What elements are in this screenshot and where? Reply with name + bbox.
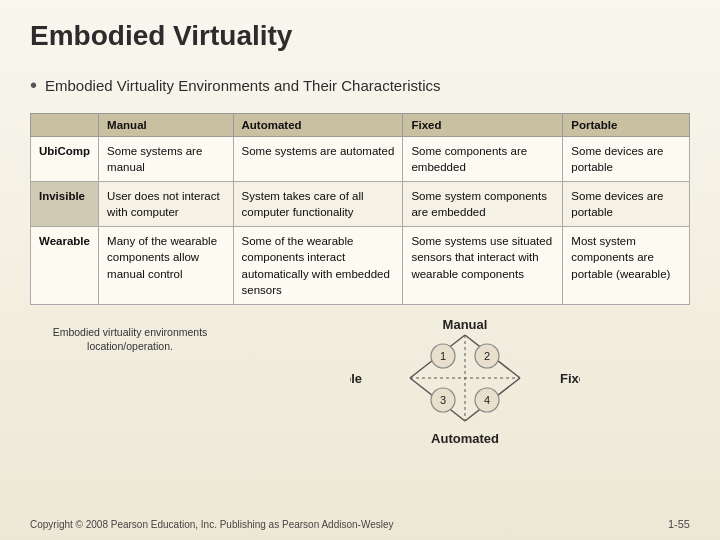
characteristics-table: Manual Automated Fixed Portable UbiComp … xyxy=(30,113,690,305)
table-row: UbiComp Some systems are manual Some sys… xyxy=(31,137,690,182)
row-wearable-fixed: Some systems use situated sensors that i… xyxy=(403,227,563,304)
svg-text:4: 4 xyxy=(484,394,490,406)
svg-text:1: 1 xyxy=(440,350,446,362)
row-ubicomp-automated: Some systems are automated xyxy=(233,137,403,182)
row-wearable-manual: Many of the wearable components allow ma… xyxy=(99,227,233,304)
table-row: Invisible User does not interact with co… xyxy=(31,182,690,227)
diagram-label-automated: Automated xyxy=(431,431,499,445)
row-ubicomp-fixed: Some components are embedded xyxy=(403,137,563,182)
row-ubicomp-portable: Some devices are portable xyxy=(563,137,690,182)
row-ubicomp-manual: Some systems are manual xyxy=(99,137,233,182)
row-invisible-manual: User does not interact with computer xyxy=(99,182,233,227)
row-invisible-portable: Some devices are portable xyxy=(563,182,690,227)
diagram-svg: Manual Fixed Automated Portable 1 2 xyxy=(350,315,580,445)
diagram-caption: Embodied virtuality environments locatio… xyxy=(30,315,230,354)
slide: Embodied Virtuality • Embodied Virtualit… xyxy=(0,0,720,540)
bottom-section: Embodied virtuality environments locatio… xyxy=(30,315,690,445)
row-wearable-automated: Some of the wearable components interact… xyxy=(233,227,403,304)
diagram-label-manual: Manual xyxy=(443,317,488,332)
bullet-icon: • xyxy=(30,74,37,97)
subtitle-text: Embodied Virtuality Environments and The… xyxy=(45,77,440,94)
diagram-container: Manual Fixed Automated Portable 1 2 xyxy=(240,315,690,445)
row-invisible-automated: System takes care of all computer functi… xyxy=(233,182,403,227)
slide-number: 1-55 xyxy=(668,518,690,530)
diagram-label-portable: Portable xyxy=(350,371,362,386)
col-header-automated: Automated xyxy=(233,114,403,137)
subtitle-row: • Embodied Virtuality Environments and T… xyxy=(30,74,690,97)
row-wearable-portable: Most system components are portable (wea… xyxy=(563,227,690,304)
slide-title: Embodied Virtuality xyxy=(30,20,690,58)
col-header-manual: Manual xyxy=(99,114,233,137)
row-category-wearable: Wearable xyxy=(31,227,99,304)
svg-text:2: 2 xyxy=(484,350,490,362)
row-category-ubicomp: UbiComp xyxy=(31,137,99,182)
row-category-invisible: Invisible xyxy=(31,182,99,227)
table-row: Wearable Many of the wearable components… xyxy=(31,227,690,304)
col-header-category xyxy=(31,114,99,137)
row-invisible-fixed: Some system components are embedded xyxy=(403,182,563,227)
diagram-label-fixed: Fixed xyxy=(560,371,580,386)
col-header-portable: Portable xyxy=(563,114,690,137)
svg-text:3: 3 xyxy=(440,394,446,406)
copyright-text: Copyright © 2008 Pearson Education, Inc.… xyxy=(30,519,394,530)
col-header-fixed: Fixed xyxy=(403,114,563,137)
